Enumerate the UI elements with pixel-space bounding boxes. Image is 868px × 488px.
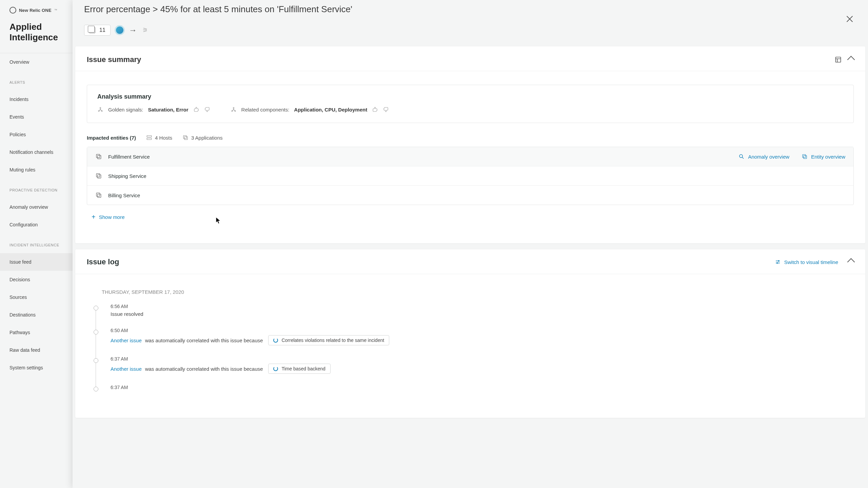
correlation-tag[interactable]: Correlates violations related to the sam… xyxy=(268,335,389,345)
issue-link[interactable]: Another issue xyxy=(111,338,142,343)
sidebar: New Relic ONE ™ Applied Intelligence Ove… xyxy=(0,0,73,488)
log-time: 6:56 AM xyxy=(111,304,848,309)
entity-icon xyxy=(95,172,102,179)
impacted-header: Impacted entities (7) 4 Hosts 3 Applicat… xyxy=(87,135,854,141)
nav-system-settings[interactable]: System settings xyxy=(0,359,73,377)
svg-rect-12 xyxy=(98,156,101,159)
svg-point-1 xyxy=(100,107,101,108)
svg-point-4 xyxy=(233,107,234,108)
switch-timeline-link[interactable]: Switch to visual timeline xyxy=(775,259,838,265)
network-icon xyxy=(231,106,237,113)
log-text: Issue resolved xyxy=(111,311,848,317)
log-time: 6:50 AM xyxy=(111,328,848,333)
svg-rect-19 xyxy=(98,194,101,198)
signals-row: Golden signals: Saturation, Error Relate… xyxy=(97,106,843,113)
summary-title: Issue summary xyxy=(87,55,141,64)
related-components: Related components: Application, CPU, De… xyxy=(231,106,389,113)
thumb-up-icon[interactable] xyxy=(204,106,210,113)
apps-stat: 3 Applications xyxy=(182,135,223,141)
anomaly-link-text: Anomaly overview xyxy=(748,154,789,160)
hosts-stat: 4 Hosts xyxy=(146,135,172,141)
nav-raw-data-feed[interactable]: Raw data feed xyxy=(0,341,73,359)
svg-rect-16 xyxy=(96,174,100,177)
chevron-up-icon[interactable] xyxy=(847,56,855,64)
log-item: 6:56 AM Issue resolved xyxy=(92,304,848,328)
entity-icon xyxy=(95,153,102,160)
thumb-down-icon[interactable] xyxy=(372,106,378,113)
server-icon xyxy=(146,135,152,141)
golden-signals: Golden signals: Saturation, Error xyxy=(97,106,210,113)
brand-logo: New Relic ONE ™ xyxy=(0,0,73,17)
log-item: 6:50 AM Another issue was automatically … xyxy=(92,328,848,356)
analysis-title: Analysis summary xyxy=(97,93,843,100)
thumb-down-icon[interactable] xyxy=(193,106,199,113)
log-suffix: was automatically correlated with this i… xyxy=(145,338,263,343)
tag-text: Correlates violations related to the sam… xyxy=(281,338,384,343)
entity-overview-link[interactable]: Entity overview xyxy=(802,154,845,160)
plus-icon: + xyxy=(92,213,96,221)
summary-header: Issue summary xyxy=(75,46,865,71)
close-icon[interactable] xyxy=(845,14,854,24)
svg-rect-7 xyxy=(147,136,152,137)
summary-body: Analysis summary Golden signals: Saturat… xyxy=(75,71,865,243)
entity-row[interactable]: Billing Service xyxy=(87,186,853,205)
nav-policies[interactable]: Policies xyxy=(0,126,73,143)
nav-decisions[interactable]: Decisions xyxy=(0,271,73,288)
summary-actions xyxy=(835,56,854,63)
nav-issue-feed[interactable]: Issue feed xyxy=(0,253,73,271)
nav-sources[interactable]: Sources xyxy=(0,288,73,306)
golden-label: Golden signals: xyxy=(108,107,143,113)
spinner-icon xyxy=(273,366,278,371)
nav-anomaly-overview[interactable]: Anomaly overview xyxy=(0,198,73,216)
svg-rect-0 xyxy=(836,57,841,62)
impacted-label: Impacted entities (7) xyxy=(87,135,136,141)
log-item: 6:37 AM Another issue was automatically … xyxy=(92,356,848,385)
status-indicator-icon[interactable] xyxy=(116,26,123,34)
correlation-tag[interactable]: Time based backend xyxy=(268,364,330,374)
svg-point-13 xyxy=(739,155,743,158)
arrow-right-icon[interactable]: → xyxy=(129,25,137,35)
svg-rect-11 xyxy=(96,154,100,158)
thumb-up-icon[interactable] xyxy=(383,106,389,113)
issue-detail-panel: Error percentage > 45% for at least 5 mi… xyxy=(73,0,868,488)
nav-events[interactable]: Events xyxy=(0,108,73,126)
svg-rect-9 xyxy=(183,136,186,139)
related-value: Application, CPU, Deployment xyxy=(294,107,367,113)
nav-pathways[interactable]: Pathways xyxy=(0,324,73,341)
copy-count-badge[interactable]: 11 xyxy=(84,25,111,36)
brand-tm: ™ xyxy=(54,8,57,12)
entity-name: Shipping Service xyxy=(108,173,146,179)
svg-rect-14 xyxy=(803,155,806,158)
nav-destinations[interactable]: Destinations xyxy=(0,306,73,324)
log-suffix: was automatically correlated with this i… xyxy=(145,366,263,372)
apps-text: 3 Applications xyxy=(191,135,223,141)
issue-link[interactable]: Another issue xyxy=(111,366,142,372)
entity-row[interactable]: Fulfillment Service Anomaly overview Ent… xyxy=(87,147,853,166)
anomaly-overview-link[interactable]: Anomaly overview xyxy=(738,154,789,160)
nav-notification-channels[interactable]: Notification channels xyxy=(0,143,73,161)
show-more-button[interactable]: + Show more xyxy=(87,211,854,223)
issue-summary-section: Issue summary Analysis summary Golden si… xyxy=(75,46,865,243)
nav-head-alerts: ALERTS xyxy=(0,74,73,90)
svg-rect-10 xyxy=(184,137,188,140)
entity-row[interactable]: Shipping Service xyxy=(87,166,853,186)
brand-text: New Relic ONE xyxy=(19,8,52,13)
switch-text: Switch to visual timeline xyxy=(784,259,838,265)
nav-muting-rules[interactable]: Muting rules xyxy=(0,161,73,179)
nav-overview[interactable]: Overview xyxy=(0,53,73,71)
panel-header: Error percentage > 45% for at least 5 mi… xyxy=(73,0,868,46)
nav-configuration[interactable]: Configuration xyxy=(0,216,73,233)
network-icon[interactable]: ⚞ xyxy=(142,26,148,34)
chevron-up-icon[interactable] xyxy=(847,258,855,266)
nav-incidents[interactable]: Incidents xyxy=(0,90,73,108)
network-icon xyxy=(97,106,103,113)
nav-head-proactive: PROACTIVE DETECTION xyxy=(0,182,73,198)
related-label: Related components: xyxy=(241,107,290,113)
apps-icon xyxy=(182,135,189,141)
entities-table: Fulfillment Service Anomaly overview Ent… xyxy=(87,147,854,205)
log-time: 6:37 AM xyxy=(111,356,848,362)
layout-icon[interactable] xyxy=(835,56,842,63)
nav-head-incident: INCIDENT INTELLIGENCE xyxy=(0,237,73,253)
show-more-text: Show more xyxy=(99,214,125,220)
svg-rect-15 xyxy=(804,156,807,159)
